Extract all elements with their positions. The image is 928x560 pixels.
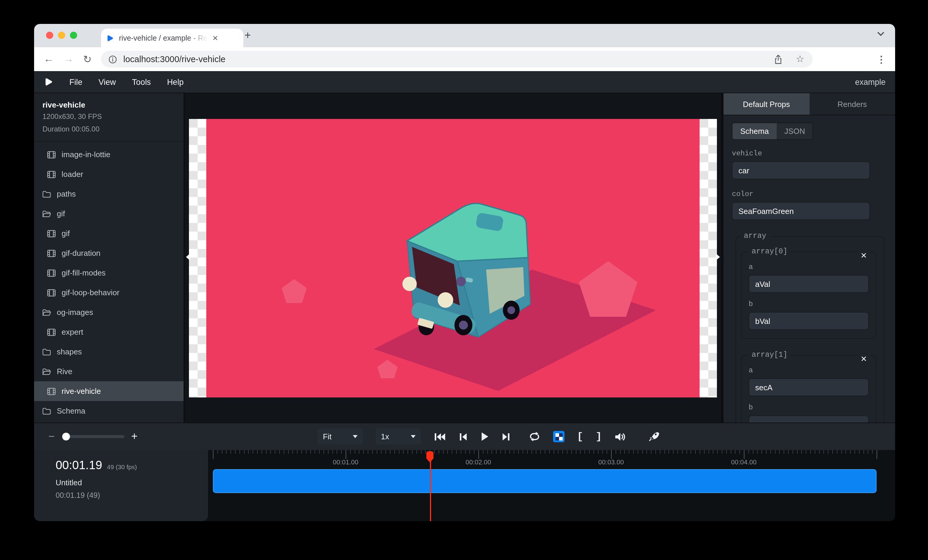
- color-field[interactable]: [732, 202, 870, 220]
- tab-default-props[interactable]: Default Props: [723, 93, 809, 115]
- next-frame-button[interactable]: [502, 432, 511, 441]
- sidebar-item-label: expert: [62, 327, 83, 336]
- right-panel: Default Props Renders Schema JSON vehicl…: [722, 93, 895, 423]
- film-icon: [47, 288, 56, 297]
- new-tab-button[interactable]: +: [244, 29, 251, 41]
- compositions-sidebar: rive-vehicle 1200x630, 30 FPS Duration 0…: [34, 93, 183, 423]
- sidebar-item-label: image-in-lottie: [62, 150, 110, 159]
- transparency-toggle-button[interactable]: [553, 431, 565, 442]
- url-text: localhost:3000/rive-vehicle: [124, 55, 226, 64]
- zoom-in-button[interactable]: +: [131, 430, 137, 443]
- transparency-checker-left: [189, 119, 206, 397]
- menu-help[interactable]: Help: [167, 78, 184, 86]
- play-button[interactable]: [480, 432, 489, 442]
- tab-renders[interactable]: Renders: [809, 93, 895, 115]
- folder-icon: [42, 406, 52, 415]
- sidebar-folder-og-images[interactable]: og-images: [34, 303, 183, 322]
- collapse-left-panel-icon[interactable]: [186, 253, 190, 260]
- sidebar-item-gif[interactable]: gif: [34, 224, 183, 243]
- browser-tab[interactable]: rive-vehicle / example - Remoti ✕: [101, 29, 243, 47]
- sidebar-item-rive-vehicle[interactable]: rive-vehicle: [34, 381, 183, 401]
- sidebar-item-image-in-lottie[interactable]: image-in-lottie: [34, 145, 183, 164]
- reload-icon[interactable]: ↻: [83, 53, 92, 65]
- chevron-down-icon: [353, 435, 357, 438]
- share-icon[interactable]: [774, 54, 783, 64]
- size-select[interactable]: Fit: [317, 429, 363, 445]
- sidebar-folder-shapes[interactable]: shapes: [34, 342, 183, 362]
- film-icon: [47, 387, 56, 396]
- browser-tab-strip: rive-vehicle / example - Remoti ✕ +: [34, 24, 895, 47]
- playhead-handle[interactable]: [426, 450, 434, 463]
- playhead-line: [430, 460, 431, 521]
- skip-to-start-button[interactable]: [433, 432, 446, 441]
- ruler-label: 00:03.00: [598, 458, 624, 466]
- transparency-checker-right: [700, 119, 717, 397]
- preview-canvas: [183, 93, 722, 423]
- project-name-label: example: [855, 78, 885, 86]
- json-toggle-button[interactable]: JSON: [777, 123, 813, 139]
- remove-array0-icon[interactable]: ✕: [858, 250, 870, 260]
- menu-tools[interactable]: Tools: [132, 78, 151, 86]
- sidebar-folder-gif[interactable]: gif: [34, 204, 183, 224]
- sidebar-item-gif-fill-modes[interactable]: gif-fill-modes: [34, 263, 183, 283]
- zoom-slider-knob[interactable]: [62, 433, 70, 440]
- site-info-icon[interactable]: [108, 55, 118, 64]
- close-tab-icon[interactable]: ✕: [212, 34, 218, 41]
- vehicle-field[interactable]: [732, 161, 870, 179]
- sidebar-item-gif-duration[interactable]: gif-duration: [34, 243, 183, 263]
- sidebar-folder-rive[interactable]: Rive: [34, 362, 183, 381]
- forward-icon[interactable]: →: [63, 53, 73, 65]
- timeline-track-bar[interactable]: [213, 469, 876, 493]
- sidebar-folder-paths[interactable]: paths: [34, 184, 183, 204]
- browser-menu-icon[interactable]: ⋮: [876, 53, 886, 65]
- close-window-button[interactable]: [46, 32, 53, 39]
- menu-file[interactable]: File: [69, 78, 82, 86]
- van-illustration: [206, 119, 700, 397]
- render-rocket-button[interactable]: [649, 431, 660, 442]
- sidebar-item-loader[interactable]: loader: [34, 164, 183, 184]
- menu-view[interactable]: View: [99, 78, 116, 86]
- sidebar-item-label: og-images: [57, 308, 93, 317]
- zoom-out-button[interactable]: −: [49, 430, 55, 443]
- zoom-slider[interactable]: [62, 435, 124, 438]
- track-range: 00:01.19 (49): [56, 491, 208, 500]
- track-name[interactable]: Untitled: [56, 478, 208, 487]
- ruler-major-ticks: [213, 450, 877, 459]
- array1-b-field[interactable]: [749, 415, 869, 423]
- chevron-down-icon[interactable]: [877, 32, 884, 37]
- vehicle-label: vehicle: [732, 149, 870, 158]
- sidebar-item-label: shapes: [57, 347, 82, 356]
- minimize-window-button[interactable]: [58, 32, 65, 39]
- set-out-point-button[interactable]: ]: [595, 431, 601, 442]
- sidebar-item-label: gif: [57, 209, 65, 218]
- previous-frame-button[interactable]: [459, 432, 468, 441]
- array0-b-field[interactable]: [749, 312, 869, 330]
- sidebar-folder-schema[interactable]: Schema: [34, 401, 183, 421]
- collapse-right-panel-icon[interactable]: [716, 253, 720, 260]
- speed-select[interactable]: 1x: [375, 429, 421, 445]
- ruler-label: 00:04.00: [731, 458, 757, 466]
- schema-json-toggle: Schema JSON: [732, 123, 814, 140]
- tab-title: rive-vehicle / example - Remoti: [119, 34, 208, 42]
- film-icon: [47, 327, 56, 337]
- array1-a-field[interactable]: [749, 378, 869, 396]
- composition-duration: Duration 00:05.00: [43, 124, 175, 134]
- array1-b-label: b: [749, 403, 869, 412]
- timeline-track-area[interactable]: 00:01.00 00:02.00 00:03.00 00:04.00: [208, 450, 895, 521]
- loop-toggle-button[interactable]: [528, 432, 540, 442]
- volume-button[interactable]: [614, 431, 626, 442]
- schema-toggle-button[interactable]: Schema: [733, 123, 777, 139]
- array0-legend: array[0]: [749, 247, 791, 256]
- sidebar-item-label: rive-vehicle: [62, 387, 101, 396]
- remove-array1-icon[interactable]: ✕: [858, 354, 870, 364]
- url-omnibox[interactable]: localhost:3000/rive-vehicle ☆: [101, 51, 813, 67]
- array0-a-field[interactable]: [749, 275, 869, 293]
- remotion-logo-icon[interactable]: [44, 77, 53, 87]
- set-in-point-button[interactable]: [: [577, 431, 583, 442]
- bookmark-star-icon[interactable]: ☆: [796, 55, 804, 64]
- fullscreen-window-button[interactable]: [70, 32, 77, 39]
- ruler-label: 00:02.00: [466, 458, 491, 466]
- sidebar-item-expert[interactable]: expert: [34, 322, 183, 342]
- sidebar-item-gif-loop-behavior[interactable]: gif-loop-behavior: [34, 283, 183, 303]
- back-icon[interactable]: ←: [44, 53, 54, 65]
